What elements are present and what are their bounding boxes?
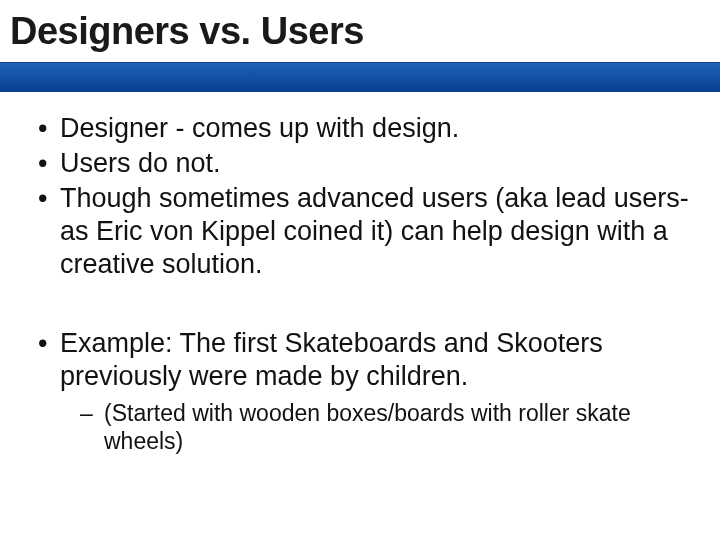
title-band-blue <box>0 62 720 92</box>
bullet-item: Designer - comes up with design. <box>34 112 690 145</box>
slide: Designers vs. Users Designer - comes up … <box>0 0 720 540</box>
title-band: Designers vs. Users <box>0 0 720 92</box>
bullet-item: Though sometimes advanced users (aka lea… <box>34 182 690 281</box>
bullet-list: Designer - comes up with design. Users d… <box>34 112 690 281</box>
bullet-text: Example: The first Skateboards and Skoot… <box>60 328 603 391</box>
slide-title: Designers vs. Users <box>10 10 364 53</box>
bullet-text: Users do not. <box>60 148 221 178</box>
bullet-item: Users do not. <box>34 147 690 180</box>
bullet-text: Designer - comes up with design. <box>60 113 459 143</box>
bullet-list: Example: The first Skateboards and Skoot… <box>34 327 690 455</box>
bullet-item: Example: The first Skateboards and Skoot… <box>34 327 690 455</box>
slide-body: Designer - comes up with design. Users d… <box>34 112 690 457</box>
sub-bullet-text: (Started with wooden boxes/boards with r… <box>104 400 631 454</box>
sub-bullet-item: (Started with wooden boxes/boards with r… <box>74 399 690 455</box>
spacer <box>34 283 690 327</box>
sub-bullet-list: (Started with wooden boxes/boards with r… <box>60 399 690 455</box>
bullet-text: Though sometimes advanced users (aka lea… <box>60 183 689 279</box>
